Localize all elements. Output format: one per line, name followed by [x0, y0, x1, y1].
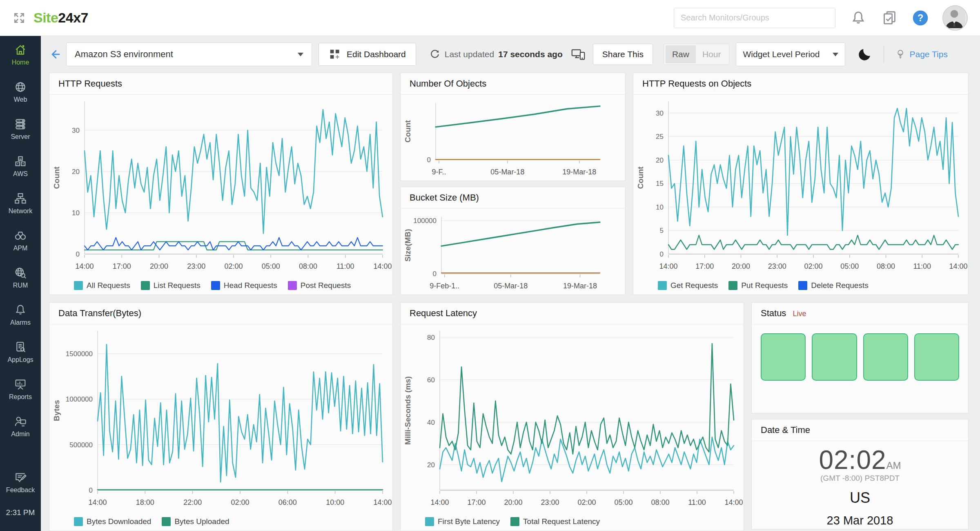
legend-item[interactable]: Bytes Downloaded	[74, 517, 151, 526]
data-transfer-panel: Data Transfer(Bytes) 0500000100000015000…	[49, 302, 393, 531]
legend-item[interactable]: Post Requests	[288, 281, 351, 290]
request-latency-chart[interactable]: 2040608014:0017:0020:0023:0002:0005:0008…	[401, 324, 744, 512]
svg-text:11:00: 11:00	[688, 498, 706, 506]
sidebar-item-home[interactable]: Home	[0, 36, 41, 73]
share-this-button[interactable]: Share This	[593, 44, 653, 65]
status-square[interactable]	[812, 333, 857, 381]
legend-swatch	[74, 281, 83, 290]
status-square[interactable]	[914, 333, 959, 381]
devices-icon[interactable]	[571, 47, 586, 61]
svg-text:15: 15	[656, 180, 664, 187]
status-square[interactable]	[761, 333, 806, 381]
bell-icon	[14, 303, 27, 317]
svg-text:14:00: 14:00	[430, 498, 449, 506]
svg-text:Size(MB): Size(MB)	[403, 229, 412, 261]
bell-icon[interactable]	[850, 10, 866, 26]
svg-text:14:00: 14:00	[373, 498, 392, 506]
sidebar-item-network[interactable]: Network	[0, 185, 41, 222]
sidebar-item-aws[interactable]: AWS	[0, 147, 41, 185]
svg-text:10: 10	[656, 203, 664, 211]
legend-label: All Requests	[87, 281, 130, 290]
svg-text:05-Mar-18: 05-Mar-18	[490, 168, 524, 176]
reports-presentation-icon	[14, 378, 27, 391]
legend-item[interactable]: Head Requests	[211, 281, 277, 290]
svg-text:17:00: 17:00	[695, 262, 714, 270]
granularity-toggle: Raw Hour	[664, 44, 730, 65]
http-requests-on-objects-chart[interactable]: 05101520253014:0017:0020:0023:0002:0005:…	[633, 95, 968, 276]
legend-item[interactable]: First Byte Latency	[425, 517, 500, 526]
edit-dashboard-button[interactable]: Edit Dashboard	[318, 43, 416, 66]
page-tips-link[interactable]: Page Tips	[895, 48, 947, 60]
legend-label: First Byte Latency	[438, 517, 500, 526]
status-square[interactable]	[863, 333, 908, 381]
sidebar-nav: HomeWebServerAWSNetworkAPMRUMAlarmsAppLo…	[0, 36, 41, 531]
data-transfer-chart[interactable]: 05000001000000150000014:0018:0022:0002:0…	[49, 324, 392, 512]
dashboard-selector[interactable]: Amazon S3 environment	[66, 42, 312, 66]
http-requests-chart[interactable]: 010203014:0017:0020:0023:0002:0005:0008:…	[49, 95, 392, 276]
svg-text:20: 20	[427, 461, 435, 469]
svg-text:18:00: 18:00	[136, 498, 154, 506]
svg-text:25: 25	[656, 133, 664, 141]
granularity-hour[interactable]: Hour	[696, 45, 728, 63]
binoculars-icon	[14, 229, 27, 242]
legend-item[interactable]: Delete Requests	[798, 281, 868, 290]
svg-text:1500000: 1500000	[66, 350, 93, 358]
expand-icon[interactable]	[12, 11, 26, 25]
legend-item[interactable]: List Requests	[141, 281, 200, 290]
sidebar-item-rum[interactable]: RUM	[0, 259, 41, 296]
svg-text:10:00: 10:00	[326, 498, 344, 506]
tasks-icon[interactable]	[881, 10, 898, 26]
sidebar-clock: 2:31 PM	[6, 508, 35, 517]
chart-legend: All RequestsList RequestsHead RequestsPo…	[49, 276, 392, 295]
sidebar-item-web[interactable]: Web	[0, 73, 41, 110]
clock-time: 02:02AM	[819, 448, 901, 472]
avatar[interactable]	[942, 5, 968, 31]
date-time-panel: Date & Time 02:02AM (GMT -8:00) PST8PDT …	[751, 419, 969, 529]
bucket-size-chart[interactable]: 01000009-Feb-1..05-Mar-1819-Mar-18Size(M…	[401, 209, 625, 295]
svg-text:05:00: 05:00	[614, 498, 633, 506]
svg-text:20:00: 20:00	[732, 262, 750, 270]
legend-item[interactable]: Bytes Uploaded	[162, 517, 229, 526]
sidebar-item-label: APM	[13, 245, 28, 252]
number-of-objects-chart[interactable]: 09-F..05-Mar-1819-Mar-18Count	[401, 95, 625, 181]
sidebar-item-server[interactable]: Server	[0, 110, 41, 147]
back-arrow-icon[interactable]	[49, 48, 61, 60]
site24x7-logo[interactable]: Site24x7	[33, 10, 88, 26]
sidebar-item-alarms[interactable]: Alarms	[0, 296, 41, 333]
aws-cubes-icon	[14, 155, 27, 168]
sidebar-item-apm[interactable]: APM	[0, 222, 41, 259]
widget-level-period-selector[interactable]: Widget Level Period	[736, 42, 845, 66]
panel-title: Request Latency	[401, 303, 744, 324]
legend-item[interactable]: Put Requests	[728, 281, 788, 290]
sidebar-item-applogs[interactable]: AppLogs	[0, 333, 41, 370]
svg-text:5: 5	[660, 227, 664, 234]
edit-dashboard-label: Edit Dashboard	[347, 49, 406, 59]
legend-swatch	[798, 281, 807, 290]
sidebar-item-admin[interactable]: Admin	[0, 408, 41, 445]
legend-label: Get Requests	[670, 281, 718, 290]
svg-text:0: 0	[660, 250, 664, 258]
last-updated-value: 17 seconds ago	[498, 49, 563, 59]
last-updated: Last updated 17 seconds ago	[429, 49, 563, 60]
night-mode-moon-icon[interactable]	[858, 47, 872, 62]
legend-item[interactable]: All Requests	[74, 281, 130, 290]
legend-item[interactable]: Total Request Latency	[510, 517, 600, 526]
network-icon	[14, 192, 27, 205]
lightbulb-icon	[895, 48, 906, 60]
svg-text:19-Mar-18: 19-Mar-18	[562, 168, 596, 176]
help-icon[interactable]: ?	[912, 10, 929, 26]
panel-title: Data Transfer(Bytes)	[49, 303, 392, 324]
legend-item[interactable]: Get Requests	[658, 281, 718, 290]
granularity-raw[interactable]: Raw	[666, 45, 696, 63]
page-tips-label: Page Tips	[909, 49, 947, 59]
refresh-icon[interactable]	[429, 49, 441, 60]
sidebar-item-reports[interactable]: Reports	[0, 370, 41, 408]
search-input[interactable]	[674, 8, 835, 28]
share-this-label: Share This	[602, 49, 644, 59]
sidebar-item-feedback[interactable]: Feedback	[0, 464, 41, 501]
panel-title: HTTP Requests on Objects	[633, 73, 968, 95]
legend-label: Delete Requests	[811, 281, 868, 290]
svg-text:08:00: 08:00	[651, 498, 669, 506]
svg-text:23:00: 23:00	[768, 262, 786, 270]
legend-label: Bytes Downloaded	[87, 517, 151, 526]
